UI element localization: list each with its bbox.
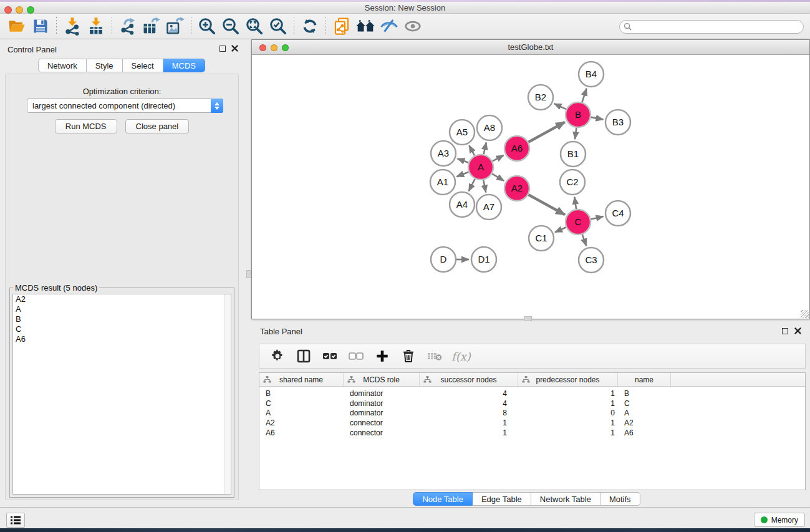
- save-session-icon[interactable]: [29, 15, 52, 37]
- table-row[interactable]: A2connector11A2: [259, 418, 805, 428]
- delete-table-icon[interactable]: [425, 347, 444, 365]
- zoom-out-icon[interactable]: [219, 15, 243, 37]
- import-network-icon[interactable]: [60, 15, 84, 37]
- table-row[interactable]: Cdominator41C: [259, 399, 805, 409]
- add-column-icon[interactable]: [373, 347, 392, 365]
- result-list-scrollbar[interactable]: [224, 294, 231, 494]
- edge-A-A3[interactable]: [458, 158, 469, 162]
- toolbar-separator: [191, 17, 191, 36]
- edge-A2-C[interactable]: [528, 195, 565, 215]
- export-image-icon[interactable]: [163, 15, 187, 37]
- refresh-icon[interactable]: [298, 15, 322, 37]
- columns-icon[interactable]: [294, 347, 313, 365]
- mcds-result-title: MCDS result (5 nodes): [13, 283, 99, 293]
- settings-icon[interactable]: [268, 347, 287, 365]
- zoom-selected-icon[interactable]: [266, 15, 290, 37]
- splitter-handle[interactable]: [246, 270, 251, 278]
- edge-A-A5[interactable]: [469, 145, 475, 155]
- column-header-successor-nodes[interactable]: successor nodes: [420, 373, 518, 386]
- column-header-predecessor-nodes[interactable]: predecessor nodes: [518, 373, 618, 386]
- criterion-value: largest connected component (directed): [27, 101, 211, 110]
- close-panel-icon[interactable]: [794, 327, 801, 334]
- edge-A-A4[interactable]: [469, 179, 475, 191]
- hide-selected-icon[interactable]: [377, 15, 401, 37]
- open-session-icon[interactable]: [5, 15, 29, 37]
- zoom-fit-icon[interactable]: [243, 15, 266, 37]
- cell-name: C: [618, 399, 671, 408]
- criterion-dropdown[interactable]: largest connected component (directed): [27, 99, 223, 113]
- edge-C-C1[interactable]: [555, 228, 566, 233]
- node-label-A5: A5: [456, 127, 468, 137]
- edge-B-B3[interactable]: [591, 117, 604, 120]
- tab-network-table[interactable]: Network Table: [531, 492, 600, 506]
- delete-icon[interactable]: [399, 347, 418, 365]
- edge-A-A1[interactable]: [456, 172, 468, 177]
- result-item[interactable]: C: [13, 324, 231, 334]
- result-item[interactable]: A2: [13, 294, 231, 304]
- edge-C-C3[interactable]: [582, 235, 586, 246]
- column-header-MCDS-role[interactable]: MCDS role: [344, 373, 420, 386]
- window-resize-grip[interactable]: [801, 310, 809, 318]
- home-icon[interactable]: [354, 15, 377, 37]
- tab-node-table[interactable]: Node Table: [413, 492, 473, 506]
- tab-network[interactable]: Network: [38, 59, 87, 72]
- column-header-name[interactable]: name: [618, 373, 671, 386]
- right-region: testGlobe.txt AA1A2A3A4A5A6A7A8BB1B2B3B4…: [243, 39, 810, 507]
- export-network-icon[interactable]: [116, 15, 140, 37]
- network-canvas[interactable]: AA1A2A3A4A5A6A7A8BB1B2B3B4CC1C2C3C4DD1: [252, 55, 809, 319]
- result-item[interactable]: A: [13, 304, 231, 314]
- edge-A-A8[interactable]: [484, 142, 486, 154]
- tab-style[interactable]: Style: [87, 59, 123, 72]
- cell-shared-name: A: [259, 409, 344, 417]
- mcds-result-items: A2ABCA6: [13, 294, 231, 344]
- edge-A6-B[interactable]: [528, 122, 565, 142]
- network-from-file-icon[interactable]: [330, 15, 354, 37]
- edge-C-C4[interactable]: [591, 216, 604, 219]
- tab-motifs[interactable]: Motifs: [600, 492, 640, 506]
- export-table-icon[interactable]: [140, 15, 163, 37]
- node-table[interactable]: shared nameMCDS rolesuccessor nodesprede…: [259, 372, 806, 490]
- deselect-all-icon[interactable]: [347, 347, 365, 365]
- edge-B-B2[interactable]: [554, 104, 566, 109]
- mcds-result-list[interactable]: A2ABCA6: [12, 294, 231, 495]
- show-all-icon[interactable]: [401, 15, 425, 37]
- cell-MCDS-role: dominator: [344, 409, 420, 417]
- run-mcds-button[interactable]: Run MCDS: [55, 119, 117, 133]
- application-window: Session: New Session: [0, 0, 810, 532]
- float-panel-icon[interactable]: [219, 46, 226, 52]
- cell-predecessor-nodes: 1: [518, 418, 618, 427]
- cell-MCDS-role: connector: [344, 428, 420, 437]
- optimization-criterion-label: Optimization criterion:: [6, 87, 238, 96]
- edge-B-B1[interactable]: [575, 128, 576, 139]
- tab-select[interactable]: Select: [123, 59, 163, 72]
- function-builder-icon[interactable]: f(x): [451, 350, 471, 363]
- edge-C-C2[interactable]: [574, 197, 576, 209]
- shared-column-icon: [423, 375, 432, 384]
- result-item[interactable]: A6: [13, 334, 231, 344]
- zoom-in-icon[interactable]: [195, 15, 219, 37]
- control-panel: Control Panel NetworkStyleSelectMCDS Opt…: [0, 39, 243, 507]
- table-row[interactable]: A6connector11A6: [259, 428, 805, 438]
- cell-successor-nodes: 1: [420, 418, 518, 427]
- edge-B-B4[interactable]: [582, 89, 587, 102]
- network-graph: AA1A2A3A4A5A6A7A8BB1B2B3B4CC1C2C3C4DD1: [252, 55, 809, 319]
- search-input[interactable]: [619, 20, 804, 34]
- memory-button[interactable]: Memory: [754, 513, 805, 527]
- table-row[interactable]: Adominator80A: [259, 408, 805, 418]
- task-history-button[interactable]: [6, 513, 25, 528]
- select-all-icon[interactable]: [321, 347, 339, 365]
- table-body: Bdominator41BCdominator41CAdominator80AA…: [259, 387, 805, 437]
- result-item[interactable]: B: [13, 314, 231, 324]
- edge-A-A7[interactable]: [483, 180, 486, 193]
- cell-shared-name: B: [259, 389, 344, 398]
- edge-A-A2[interactable]: [492, 174, 504, 181]
- edge-A-A6[interactable]: [493, 155, 504, 161]
- column-header-shared-name[interactable]: shared name: [259, 373, 344, 386]
- close-panel-icon[interactable]: [231, 45, 238, 52]
- close-panel-button[interactable]: Close panel: [125, 119, 190, 133]
- float-panel-icon[interactable]: [782, 328, 788, 334]
- table-row[interactable]: Bdominator41B: [259, 389, 805, 399]
- tab-mcds[interactable]: MCDS: [163, 59, 205, 72]
- tab-edge-table[interactable]: Edge Table: [473, 492, 531, 506]
- import-table-icon[interactable]: [84, 15, 108, 37]
